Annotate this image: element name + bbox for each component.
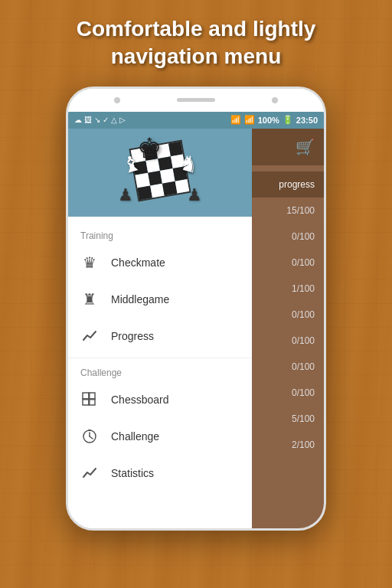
cart-icon: 🛒 — [296, 138, 315, 156]
app-title: Comfortable and lightly navigation menu — [0, 0, 392, 83]
middlegame-label: Middlegame — [111, 293, 169, 305]
pawn-piece-icon: ♟ — [118, 185, 133, 205]
battery-icon: 🔋 — [283, 115, 293, 125]
right-item-9: 5/100 — [252, 406, 324, 432]
chessboard-label: Chessboard — [111, 394, 169, 406]
right-item-6: 0/100 — [252, 328, 324, 354]
right-item-2: 0/100 — [252, 224, 324, 250]
menu-item-checkmate[interactable]: ♛ Checkmate — [68, 244, 252, 281]
title-line2: navigation menu — [111, 44, 281, 68]
statistics-label: Statistics — [111, 467, 154, 479]
menu-item-chessboard[interactable]: Chessboard — [68, 381, 252, 418]
middlegame-icon: ♜ — [80, 290, 99, 309]
king-piece-icon: ♚ — [137, 132, 162, 165]
right-item-text: progress — [279, 179, 315, 190]
menu-panel: ♚ ♝ ♞ ♟ ♟ Training ♛ C — [68, 129, 252, 528]
right-item-text: 0/100 — [292, 361, 315, 372]
play-icon: ▷ — [119, 116, 126, 124]
right-item-1: 15/100 — [252, 198, 324, 224]
right-item-text: 0/100 — [292, 231, 315, 242]
battery-percent: 100% — [258, 116, 279, 125]
rook-piece-icon: ♟ — [187, 185, 202, 205]
menu-item-progress[interactable]: Progress — [68, 318, 252, 354]
status-bar: ☁ 🖼 ↘ ✓ △ ▷ 📶 📶 100% 🔋 23:50 — [68, 112, 324, 129]
right-item-text: 15/100 — [286, 205, 315, 216]
svg-rect-0 — [83, 393, 89, 399]
statistics-icon — [80, 464, 99, 482]
chessboard-icon — [80, 390, 99, 409]
check-icon: ✓ — [103, 116, 109, 124]
checkmate-icon: ♛ — [80, 253, 99, 272]
chess-logo: ♚ ♝ ♞ ♟ ♟ — [110, 132, 210, 213]
right-list: progress 15/100 0/100 0/100 1/100 — [252, 165, 324, 464]
menu-content: Training ♛ Checkmate ♜ Middlegame — [68, 217, 252, 528]
right-panel-header: 🛒 — [252, 129, 324, 165]
challenge-section-label: Challenge — [68, 361, 252, 381]
phone-frame: ☁ 🖼 ↘ ✓ △ ▷ 📶 📶 100% 🔋 23:50 — [66, 87, 326, 531]
time-display: 23:50 — [296, 116, 318, 125]
right-item-text: 2/100 — [292, 439, 315, 450]
menu-item-challenge[interactable]: Challenge — [68, 418, 252, 455]
status-right: 📶 📶 100% 🔋 23:50 — [230, 115, 318, 125]
right-item-text: 1/100 — [292, 283, 315, 294]
menu-item-statistics[interactable]: Statistics — [68, 455, 252, 492]
nfc-icon: ↘ — [94, 116, 100, 124]
warning-icon: △ — [111, 116, 117, 124]
svg-line-8 — [90, 436, 93, 439]
right-item-text: 5/100 — [292, 413, 315, 424]
phone-camera — [272, 97, 278, 103]
phone-dot-left — [114, 97, 120, 103]
training-section-label: Training — [68, 224, 252, 244]
checkmate-label: Checkmate — [111, 256, 165, 269]
phone-mockup: ☁ 🖼 ↘ ✓ △ ▷ 📶 📶 100% 🔋 23:50 — [0, 83, 392, 531]
progress-icon — [80, 327, 99, 345]
status-icons-left: ☁ 🖼 ↘ ✓ △ ▷ — [74, 116, 126, 124]
right-item-text: 0/100 — [292, 257, 315, 268]
menu-item-middlegame[interactable]: ♜ Middlegame — [68, 281, 252, 318]
title-line1: Comfortable and lightly — [77, 17, 316, 41]
challenge-icon — [80, 427, 99, 446]
menu-divider — [68, 358, 252, 358]
right-panel: 🛒 progress 15/100 0/100 0/100 — [252, 129, 324, 528]
signal-icon: 📶 — [244, 115, 255, 125]
right-item-text: 0/100 — [292, 387, 315, 398]
right-item-7: 0/100 — [252, 354, 324, 380]
right-item-5: 0/100 — [252, 302, 324, 328]
right-item-text: 0/100 — [292, 335, 315, 346]
right-item-8: 0/100 — [252, 380, 324, 406]
right-item-4: 1/100 — [252, 276, 324, 302]
right-item-text: 0/100 — [292, 309, 315, 320]
phone-speaker — [177, 98, 215, 102]
chess-header: ♚ ♝ ♞ ♟ ♟ — [68, 129, 252, 217]
wifi-icon: 📶 — [230, 115, 241, 125]
image-icon: 🖼 — [84, 116, 92, 124]
challenge-label: Challenge — [111, 430, 159, 443]
phone-top-bar — [68, 89, 324, 112]
right-item-10: 2/100 — [252, 432, 324, 458]
screen: ♚ ♝ ♞ ♟ ♟ Training ♛ C — [68, 129, 324, 528]
right-item-progress: progress — [252, 172, 324, 198]
progress-label: Progress — [111, 330, 154, 342]
cloud-icon: ☁ — [74, 116, 82, 124]
right-item-3: 0/100 — [252, 250, 324, 276]
